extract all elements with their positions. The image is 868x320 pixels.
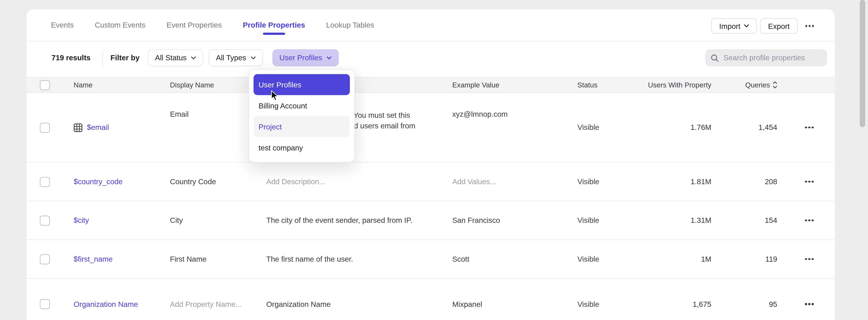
display-name-cell[interactable]: First Name (170, 255, 266, 263)
row-checkbox-cell (27, 254, 73, 264)
status-cell[interactable]: Visible (578, 300, 647, 308)
display-name-cell[interactable]: Add Property Name... (170, 300, 266, 308)
header-name[interactable]: Name (74, 81, 170, 89)
row-checkbox-cell (27, 122, 73, 133)
row-actions-cell (777, 255, 835, 263)
users-with-property-cell: 1,675 (647, 300, 711, 308)
row-more-actions-button[interactable] (801, 177, 835, 186)
name-cell: $country_code (74, 177, 170, 186)
table-body: $email Email The user's email address. Y… (27, 93, 835, 320)
example-value-cell[interactable]: xyz@lmnop.com (452, 93, 578, 118)
row-checkbox[interactable] (40, 122, 50, 133)
divider (102, 49, 103, 66)
entity-filter-label: User Profiles (279, 54, 322, 62)
dropdown-item-test-company[interactable]: test company (253, 137, 350, 158)
row-more-actions-button[interactable] (801, 216, 835, 224)
row-actions-cell (777, 123, 835, 132)
page: Events Custom Events Event Properties Pr… (0, 0, 868, 320)
search-icon (711, 54, 718, 62)
header-example-value[interactable]: Example Value (452, 81, 578, 89)
export-button-label: Export (768, 22, 790, 30)
display-name-cell[interactable]: City (170, 216, 266, 224)
vertical-scrollbar-thumb[interactable] (860, 0, 865, 127)
row-more-actions-button[interactable] (801, 123, 835, 132)
row-more-actions-button[interactable] (801, 255, 835, 263)
example-value-cell[interactable]: Add Values... (452, 177, 578, 186)
tab-profile-properties-label: Profile Properties (243, 21, 305, 29)
results-count[interactable]: 719 results (52, 54, 91, 62)
status-cell[interactable]: Visible (578, 177, 647, 186)
table-header: Name Display Name Description Example Va… (27, 77, 835, 93)
table-row: $email Email The user's email address. Y… (27, 93, 835, 163)
property-name-link[interactable]: $email (87, 123, 109, 132)
name-cell: $city (74, 216, 170, 224)
status-cell[interactable]: Visible (578, 216, 647, 224)
more-actions-button[interactable] (801, 22, 818, 30)
display-name-cell[interactable]: Country Code (170, 177, 266, 186)
toolbar: Import Export (711, 18, 818, 34)
type-filter-dropdown[interactable]: All Types (209, 49, 263, 66)
status-filter-label: All Status (155, 54, 187, 62)
property-name-link[interactable]: $country_code (74, 177, 123, 186)
export-button[interactable]: Export (760, 18, 798, 34)
description-cell[interactable]: The first name of the user. (266, 255, 452, 263)
row-checkbox[interactable] (40, 254, 50, 264)
users-with-property-cell: 1M (647, 255, 711, 263)
description-cell[interactable]: Add Description... (266, 177, 452, 186)
tab-events[interactable]: Events (51, 21, 74, 29)
tab-lookup-tables[interactable]: Lookup Tables (326, 21, 374, 29)
status-cell[interactable]: Visible (578, 123, 647, 132)
dropdown-item-billing-account[interactable]: Billing Account (253, 95, 350, 116)
tab-event-properties[interactable]: Event Properties (166, 21, 222, 29)
row-more-actions-button[interactable] (801, 300, 835, 308)
row-checkbox-cell (27, 299, 73, 309)
queries-cell: 154 (711, 216, 777, 224)
users-with-property-cell: 1.76M (647, 123, 711, 132)
users-with-property-cell: 1.81M (647, 177, 711, 186)
queries-cell: 119 (711, 255, 777, 263)
queries-cell: 1,454 (711, 123, 777, 132)
example-value-cell[interactable]: Scott (452, 255, 578, 263)
table-row: $first_name First Name The first name of… (27, 240, 835, 279)
description-cell[interactable]: Organization Name (266, 300, 452, 308)
header-status[interactable]: Status (578, 81, 647, 89)
name-cell: Organization Name (74, 300, 170, 308)
import-button[interactable]: Import (711, 18, 757, 34)
property-name-link[interactable]: Organization Name (74, 300, 138, 308)
header-users-with-property[interactable]: Users With Property (647, 81, 711, 89)
sort-icon (773, 81, 777, 88)
row-checkbox[interactable] (40, 177, 50, 187)
name-cell: $first_name (74, 255, 170, 263)
search-box (705, 49, 827, 66)
row-checkbox[interactable] (40, 299, 50, 309)
queries-cell: 208 (711, 177, 777, 186)
dropdown-item-project[interactable]: Project (253, 116, 350, 137)
header-queries-sort[interactable]: Queries (711, 81, 777, 89)
search-input[interactable] (723, 54, 822, 62)
filter-by-label: Filter by (111, 54, 140, 62)
property-name-link[interactable]: $city (74, 216, 89, 224)
example-value-cell[interactable]: San Francisco (452, 216, 578, 224)
description-cell[interactable]: The city of the event sender, parsed fro… (266, 216, 452, 224)
entity-dropdown-menu: User Profiles Billing Account Project te… (249, 69, 355, 163)
example-value-cell[interactable]: Mixpanel (452, 300, 578, 308)
tab-custom-events[interactable]: Custom Events (95, 21, 146, 29)
status-filter-dropdown[interactable]: All Status (148, 49, 203, 66)
type-filter-label: All Types (216, 54, 246, 62)
tab-bar: Events Custom Events Event Properties Pr… (27, 9, 835, 41)
filter-bar: 719 results Filter by All Status All Typ… (52, 49, 344, 66)
import-button-label: Import (719, 22, 741, 30)
select-all-checkbox[interactable] (40, 80, 50, 90)
dropdown-item-user-profiles[interactable]: User Profiles (253, 74, 350, 95)
property-name-link[interactable]: $first_name (74, 255, 113, 263)
chevron-down-icon (327, 56, 331, 60)
status-cell[interactable]: Visible (578, 255, 647, 263)
table-row: $country_code Country Code Add Descripti… (27, 163, 835, 201)
name-cell: $email (74, 123, 170, 132)
tab-profile-properties[interactable]: Profile Properties (243, 21, 305, 29)
row-checkbox-cell (27, 215, 73, 225)
entity-filter-dropdown[interactable]: User Profiles (272, 49, 339, 66)
users-with-property-cell: 1.31M (647, 216, 711, 224)
row-checkbox[interactable] (40, 215, 50, 225)
row-actions-cell (777, 300, 835, 308)
